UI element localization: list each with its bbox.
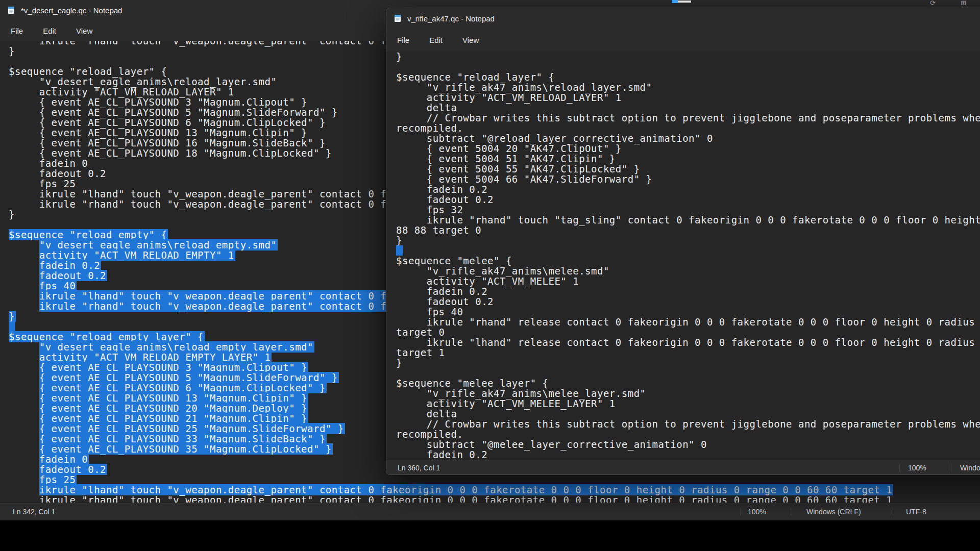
code-line[interactable]: "v_rifle_ak47_anims\melee_layer.smd" [396,388,980,398]
code-line[interactable]: $sequence "melee" { [396,256,980,266]
code-line[interactable]: ikrule "lhand" touch "v_weapon.deagle_pa… [9,485,980,495]
status-divider [951,464,951,472]
code-line[interactable]: subtract "@melee_layer_corrective_animat… [396,439,980,449]
menu-edit[interactable]: Edit [35,24,64,38]
code-line[interactable]: activity "ACT_VM_RELOAD_LAYER" 1 [396,92,980,103]
indent [9,382,39,393]
selected-text: fadein 0.2 [39,260,101,271]
code-line[interactable]: recompiled. [396,429,980,439]
code-line[interactable]: fps 32 [396,205,980,215]
indent [9,464,39,475]
notepad-icon [394,14,402,22]
status-divider [894,508,894,516]
selected-text: fadeout 0.2 [39,464,107,475]
code-line[interactable]: target 0 [396,327,980,337]
code-line[interactable]: } [396,52,980,62]
code-line[interactable]: activity "ACT_VM_MELEE_LAYER" 1 [396,398,980,409]
menu-bar: File Edit View [386,29,980,52]
code-line[interactable]: $sequence "reload_layer" { [396,72,980,82]
selected-text: { event AE_CL_PLAYSOUND 35 "Magnum.ClipL… [39,443,333,455]
text-cursor-block [396,245,403,256]
indent [9,239,39,251]
code-line[interactable]: { event 5004 20 "AK47.ClipOut" } [396,143,980,154]
status-line-ending: Windows (CRLF) [806,508,861,516]
code-line[interactable]: // Crowbar writes this subtract option t… [396,113,980,123]
selected-text: activity "ACT_VM_RELOAD_EMPTY" 1 [39,249,235,261]
window-title: *v_desert_eagle.qc - Notepad [21,6,122,15]
indent [9,341,39,353]
selected-text: { event AE_CL_PLAYSOUND 3 "Magnum.Clipou… [39,362,308,373]
code-line[interactable]: fadein 0.2 [396,184,980,194]
refresh-icon: ⟳ [930,0,936,6]
indent [9,423,39,434]
indent [9,474,39,485]
menu-file[interactable]: File [3,24,31,38]
code-line[interactable]: "v_rifle_ak47_anims\reload_layer.smd" [396,82,980,92]
code-line[interactable]: ikrule "lhand" release contact 0 fakeori… [396,337,980,347]
indent [9,280,39,291]
code-line[interactable]: { event 5004 55 "AK47.ClipLocked" } [396,164,980,174]
title-bar[interactable]: v_rifle_ak47.qc - Notepad [386,8,980,29]
code-line[interactable]: delta [396,409,980,419]
text-editor[interactable]: }$sequence "reload_layer" { "v_rifle_ak4… [386,52,980,460]
window-sliver-blue [672,0,678,3]
indent [9,290,39,302]
code-line[interactable]: } [396,235,980,245]
selected-text [9,321,15,332]
code-line[interactable]: fadeout 0.2 [396,296,980,307]
desktop: *v_desert_eagle.qc - Notepad File Edit V… [0,0,980,551]
code-line[interactable]: recompiled. [396,123,980,133]
code-line[interactable]: target 1 [396,347,980,358]
code-line[interactable]: fps 40 [396,307,980,317]
status-position: Ln 360, Col 1 [398,464,440,472]
status-position: Ln 342, Col 1 [13,508,55,516]
selected-text: { event AE_CL_PLAYSOUND 20 "Magnum.Deplo… [39,403,308,414]
selected-text: $sequence "reload_empty_layer" { [9,331,205,342]
selected-text: $sequence "reload_empty" { [9,229,168,240]
selected-text: fps 25 [39,474,77,485]
window-title: v_rifle_ak47.qc - Notepad [407,14,495,23]
selected-text: ikrule "lhand" touch "v_weapon.deagle_pa… [39,484,893,495]
indent [9,403,39,414]
code-line[interactable]: fadein 0.2 [396,286,980,296]
code-line[interactable]: subtract "@reload_layer_corrective_anima… [396,133,980,143]
status-bar: Ln 342, Col 1 100% Windows (CRLF) UTF-8 [0,503,980,520]
selected-text: { event AE_CL_PLAYSOUND 21 "Magnum.Clipi… [39,413,308,424]
code-line[interactable]: // Crowbar writes this subtract option t… [396,419,980,429]
indent [9,372,39,383]
code-line[interactable]: fadeout 0.2 [396,194,980,205]
code-line[interactable]: 88 88 target 0 [396,225,980,235]
background-window-sliver [672,0,691,3]
selected-text: fadeout 0.2 [39,270,107,281]
menu-view[interactable]: View [68,24,101,38]
code-line[interactable]: activity "ACT_VM_MELEE" 1 [396,276,980,286]
code-line[interactable]: fadein 0.2 [396,449,980,460]
code-line[interactable] [396,245,980,256]
selected-text: fps 40 [39,280,77,291]
code-line[interactable]: fps 25 [9,474,980,485]
selected-text: "v_desert_eagle_anims\reload_empty.smd" [39,239,278,251]
selected-text: { event AE_CL_PLAYSOUND 6 "Magnum.ClipLo… [39,382,327,393]
window-sliver-white [678,1,691,3]
selected-text: { event AE_CL_PLAYSOUND 5 "Magnum.SlideF… [39,372,339,383]
code-line[interactable]: $sequence "melee_layer" { [396,378,980,388]
indent [9,352,39,363]
selected-text: } [9,311,16,322]
code-line[interactable]: ikrule "rhand" release contact 0 fakeori… [396,317,980,327]
code-line[interactable]: ikrule "rhand" touch "v_weapon.deagle_pa… [9,495,980,503]
menu-file[interactable]: File [389,33,418,47]
indent [9,433,39,444]
code-line[interactable]: ikrule "rhand" touch "tag_sling" contact… [396,215,980,225]
status-divider [740,508,741,516]
code-line[interactable] [396,368,980,378]
code-line[interactable]: { event 5004 51 "AK47.Clipin" } [396,154,980,164]
status-divider [791,508,791,516]
menu-view[interactable]: View [454,33,487,47]
notepad-window-ak47[interactable]: v_rifle_ak47.qc - Notepad File Edit View… [386,8,980,475]
code-line[interactable] [396,62,980,72]
menu-edit[interactable]: Edit [421,33,451,47]
code-line[interactable]: } [396,358,980,368]
code-line[interactable]: "v_rifle_ak47_anims\melee.smd" [396,266,980,276]
code-line[interactable]: { event 5004 66 "AK47.SlideForward" } [396,174,980,184]
code-line[interactable]: delta [396,103,980,113]
